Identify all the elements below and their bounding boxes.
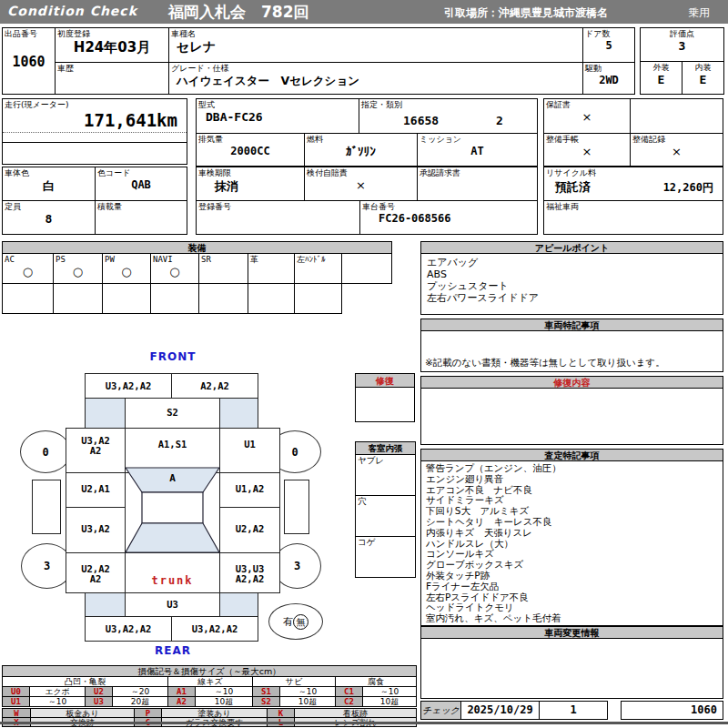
welfare-cell: 福祉車両: [543, 200, 723, 235]
lot-number-label: 出品番号: [3, 28, 55, 39]
vehicle-usage: 乗用: [688, 5, 710, 21]
special-notes-text: ※記載のない書類・機器等は無しとして取り扱います。: [425, 357, 665, 369]
fuel-cell: 燃料 ｶﾞｿﾘﾝ: [304, 133, 418, 167]
inspection-value: 抹消: [197, 178, 304, 195]
chassis-cell: 車台番号 FC26-068566: [359, 200, 538, 235]
equipment-item-ps: PS ○: [53, 253, 103, 284]
assessment-body: 警告ランプ（エンジン、油圧） エンジン廻り異音 エアコン不良 ナビ不良 サイドミ…: [420, 460, 723, 626]
equipment-row2-cell: [2, 283, 54, 314]
fuel-value: ｶﾞｿﾘﾝ: [305, 145, 417, 158]
color-code-label: 色コード: [96, 167, 187, 178]
legend-desc: 20超: [112, 696, 168, 707]
warranty-cell: 保証書 ×: [543, 98, 631, 134]
doors-value: 5: [583, 39, 634, 52]
exterior-grade-value: E: [641, 73, 682, 86]
equipment-mark-pw: ○: [103, 265, 150, 278]
class-cell: 指定・類別 16658 2: [359, 98, 538, 134]
tire-rear-right-value: 3: [294, 560, 300, 572]
class-label: 指定・類別: [359, 99, 537, 110]
warranty-extra-cell: [630, 98, 723, 134]
special-notes-body: ※記載のない書類・機器等は無しとして取り扱います。: [420, 330, 723, 372]
equipment-item-extra: [341, 253, 392, 284]
recycle-label: リサイクル料: [544, 167, 723, 178]
equipment-item-sr: SR: [198, 253, 248, 284]
rear-bumper-left: U3,A2,A2: [85, 616, 172, 642]
interior-row-tear: ヤブレ: [355, 454, 416, 496]
front-label: FRONT: [18, 350, 328, 363]
fender-left: U3,A2 A2: [66, 428, 126, 473]
maintenance-record-cell: 整備記録 ×: [630, 133, 723, 167]
rear-hatch: U3: [125, 592, 220, 617]
interior-grade-value: E: [682, 73, 723, 86]
interior-row-hole: 穴: [355, 495, 416, 537]
history-cell: 車歴: [55, 62, 169, 95]
auction-sheet: Condition Check 福岡入札会 782回 引取場所：沖縄県豊見城市渡…: [0, 0, 728, 728]
approval-cell: 承認請求書: [417, 167, 538, 201]
equipment-row2-cell: [198, 283, 248, 314]
insurance-cell: 検付自賠責 ×: [304, 167, 418, 201]
lot-number-cell: 出品番号 1060: [2, 27, 56, 95]
transmission-value: AT: [418, 145, 537, 157]
equipment-row2-cell: [102, 283, 151, 314]
change-info-body: [420, 638, 723, 699]
approval-label: 承認請求書: [418, 167, 537, 178]
car-damage-diagram: FRONT 0 0 3 3 U3,A2,A2 A2,A2 S2 U3,A2 A2…: [14, 349, 337, 662]
recycle-status: 預託済: [555, 179, 591, 196]
legend-code: A2: [167, 696, 196, 707]
tire-rear-left-value: 3: [44, 560, 50, 572]
insurance-label: 検付自賠責: [305, 167, 417, 178]
drive-cell: 駆動 2WD: [582, 62, 635, 95]
interior-row-burn: コゲ: [355, 536, 416, 578]
displacement-value: 2000CC: [197, 145, 304, 157]
load-cell: 積載量: [95, 200, 187, 235]
model-code-value: DBA-FC26: [197, 110, 359, 124]
hood-panel: S2: [125, 398, 220, 429]
color-code-value: QAB: [96, 178, 187, 191]
tire-front-right-value: 0: [291, 446, 298, 459]
pickup-location: 引取場所：沖縄県豊見城市渡橋名: [444, 5, 608, 21]
equipment-item-pw: PW ○: [102, 253, 151, 284]
displacement-label: 排気量: [197, 134, 304, 145]
assessment-lines: 警告ランプ（エンジン、油圧） エンジン廻り異音 エアコン不良 ナビ不良 サイドミ…: [421, 461, 723, 626]
first-registration-label: 初度登録: [56, 28, 168, 39]
repair-tag-header: 修復: [355, 373, 415, 388]
interior-row-tear-label: ヤブレ: [356, 455, 415, 466]
page-bottom-rule: [0, 722, 728, 724]
model-code-cell: 型式 DBA-FC26: [196, 98, 359, 134]
score-value: 3: [641, 39, 723, 53]
displacement-cell: 排気量 2000CC: [196, 133, 305, 167]
mileage-cell: 走行(現メーター) 171,641km: [2, 98, 187, 143]
equipment-label-ps: PS: [54, 254, 102, 265]
change-info-header: 車両変更情報: [420, 626, 723, 639]
body-color-value: 白: [3, 178, 95, 195]
body-color-cell: 車体色 白: [2, 167, 96, 201]
interior-row-burn-label: コゲ: [356, 537, 415, 548]
side-sill-left: [32, 480, 61, 534]
fuel-label: 燃料: [305, 134, 417, 145]
chassis-value: FC26-068566: [360, 212, 537, 225]
rear-corner-right: [219, 592, 258, 617]
equipment-item-leather: 革: [248, 253, 295, 284]
check-lot-cell: 1060: [621, 701, 723, 720]
warranty-label: 保証書: [544, 99, 630, 110]
brand-logo: Condition Check: [7, 4, 137, 18]
spare-yes-label: 有: [283, 615, 293, 629]
inspection-label: 車検期限: [197, 167, 304, 178]
color-code-cell: 色コード QAB: [95, 167, 187, 201]
door-left-rear: U3,A2: [66, 507, 126, 553]
quarter-right: U3,U3 A2,A2: [219, 552, 280, 593]
mileage-divider: [3, 132, 187, 133]
registration-number-cell: 登録番号: [196, 200, 360, 235]
repair-content-body: [420, 388, 723, 445]
check-label: チェック: [421, 702, 460, 719]
registration-number-label: 登録番号: [197, 201, 359, 212]
repair-content-header: 修復内容: [420, 376, 723, 389]
check-label-cell: チェック: [420, 701, 461, 720]
inspection-cell: 車検期限 抹消: [196, 167, 305, 201]
equipment-row2-cell: [53, 283, 103, 314]
mileage-label: 走行(現メーター): [3, 99, 187, 110]
exterior-grade-cell: 外装 E: [640, 61, 682, 95]
capacity-value: 8: [3, 212, 95, 226]
first-registration-cell: 初度登録 H24年03月: [55, 27, 169, 63]
fender-right: U1: [219, 428, 280, 473]
